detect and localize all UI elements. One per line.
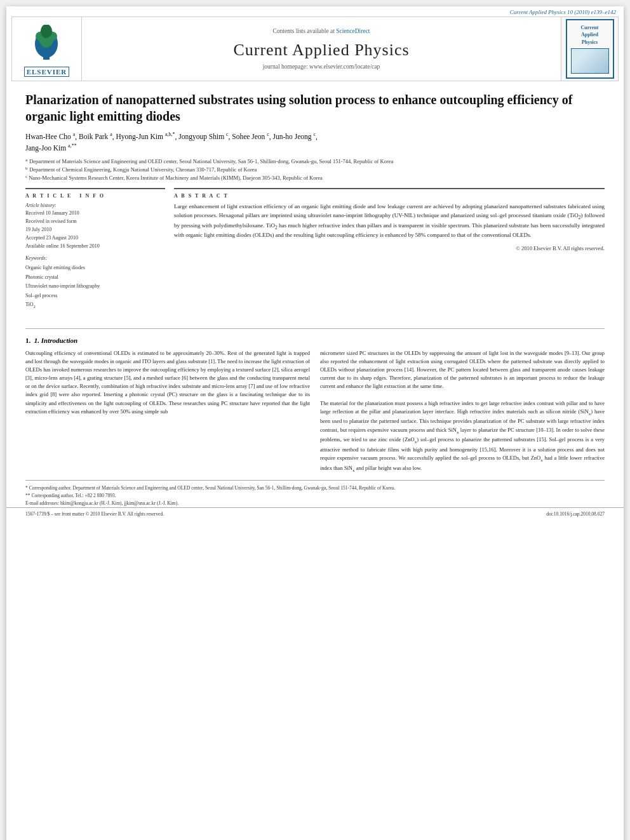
homepage-link[interactable]: journal homepage: www.elsevier.com/locat… (263, 63, 380, 70)
accepted: Accepted 23 August 2010 (25, 234, 165, 243)
intro-right-col: micrometer sized PC structures in the OL… (320, 349, 605, 474)
doi-text: doi:10.1016/j.cap.2010.08.027 (546, 511, 605, 517)
article-dates: Received 10 January 2010 Received in rev… (25, 210, 165, 250)
author-kim-h: Hyong-Jun Kim a,b,* (116, 133, 175, 140)
keyword-2: Photonic crystal (25, 273, 165, 282)
journal-homepage: journal homepage: www.elsevier.com/locat… (263, 63, 380, 70)
footnotes: * Corresponding author. Department of Ma… (25, 480, 605, 507)
affiliations: ᵃ Department of Materials Science and En… (25, 157, 605, 182)
author-jeong: Jun-ho Jeong c (273, 133, 316, 140)
keywords-label: Keywords: (25, 255, 165, 261)
keywords-list: Organic light emitting diodes Photonic c… (25, 263, 165, 310)
abstract-col: A B S T R A C T Large enhancement of lig… (174, 188, 605, 310)
article-content: Planarization of nanopatterned substrate… (6, 85, 624, 321)
keyword-3: Ultraviolet nano-imprint lithography (25, 282, 165, 291)
affiliation-a: ᵃ Department of Materials Science and En… (25, 157, 605, 166)
email-label: E-mail addresses: (25, 500, 59, 506)
issn-text: 1567-1739/$ – see front matter © 2010 El… (25, 511, 164, 517)
sciencedirect-link: Contents lists available at ScienceDirec… (272, 28, 370, 34)
article-info-col: A R T I C L E I N F O Article history: R… (25, 188, 165, 310)
email-addresses: hkim@kongju.ac.kr (H.-J. Kim), jjkim@snu… (60, 500, 178, 506)
author-kim-j: Jang-Joo Kim a,** (25, 144, 77, 152)
journal-title: Current Applied Physics (233, 41, 409, 60)
elsevier-tree-icon (24, 25, 69, 63)
keyword-4: Sol–gel process (25, 291, 165, 300)
intro-heading-text: 1. Introduction (34, 337, 77, 344)
journal-ref: Current Applied Physics 10 (2010) e139–e… (6, 6, 624, 17)
keyword-5: TiO2 (25, 300, 165, 310)
section-number: 1. (25, 337, 30, 344)
elsevier-logo-area: ELSEVIER (12, 17, 82, 81)
contents-text: Contents lists available at (272, 28, 334, 34)
author-shim: Jongyoup Shim c (178, 133, 228, 140)
cap-logo: Current Applied Physics (566, 19, 614, 79)
article-history: Article history: Received 10 January 201… (25, 203, 165, 250)
journal-center: Contents lists available at ScienceDirec… (82, 17, 561, 81)
footnote-star2: ** Corresponding author. Tel.: +82 2 880… (25, 492, 605, 500)
history-label: Article history: (25, 203, 165, 208)
author-jeon: Sohee Jeon c (232, 133, 269, 140)
svg-point-5 (41, 25, 52, 38)
keyword-1: Organic light emitting diodes (25, 263, 165, 272)
elsevier-text: ELSEVIER (24, 67, 70, 77)
sciencedirect-link-text[interactable]: ScienceDirect (336, 28, 370, 34)
affiliation-c: ᶜ Nano-Mechanical Systems Research Cente… (25, 174, 605, 182)
copyright: © 2010 Elsevier B.V. All rights reserved… (174, 245, 605, 251)
journal-ref-text: Current Applied Physics 10 (2010) e139–e… (510, 9, 616, 15)
info-abstract-section: A R T I C L E I N F O Article history: R… (25, 188, 605, 310)
cap-logo-image (571, 48, 609, 74)
article-title: Planarization of nanopatterned substrate… (25, 91, 605, 124)
journal-header: ELSEVIER Contents lists available at Sci… (11, 17, 619, 81)
author-park: Boik Park a (79, 133, 112, 140)
article-info-label: A R T I C L E I N F O (25, 193, 165, 199)
online: Available online 16 September 2010 (25, 243, 165, 251)
footnote-emails: E-mail addresses: hkim@kongju.ac.kr (H.-… (25, 500, 605, 507)
bottom-bar: 1567-1739/$ – see front matter © 2010 El… (6, 507, 624, 520)
received2: Received in revised form (25, 218, 165, 226)
abstract-label: A B S T R A C T (174, 193, 605, 199)
section-divider (25, 328, 605, 329)
received1: Received 10 January 2010 (25, 210, 165, 218)
abstract-text: Large enhancement of light extraction ef… (174, 203, 605, 240)
footnote-star1: * Corresponding author. Department of Ma… (25, 484, 605, 492)
author-cho: Hwan-Hee Cho a (25, 133, 75, 140)
elsevier-logo: ELSEVIER (24, 25, 70, 77)
body-text: Outcoupling efficiency of conventional O… (6, 349, 624, 474)
authors: Hwan-Hee Cho a, Boik Park a, Hyong-Jun K… (25, 131, 605, 154)
intro-heading-area: 1. 1. Introduction (6, 337, 624, 344)
intro-heading: 1. 1. Introduction (25, 337, 605, 344)
intro-left-col: Outcoupling efficiency of conventional O… (25, 349, 310, 474)
keywords-block: Keywords: Organic light emitting diodes … (25, 255, 165, 310)
affiliation-b: ᵇ Department of Chemical Engineering, Ko… (25, 166, 605, 174)
cap-logo-area: Current Applied Physics (561, 17, 618, 81)
page: Current Applied Physics 10 (2010) e139–e… (6, 6, 624, 840)
cap-logo-text: Current Applied Physics (571, 24, 609, 46)
received2-date: 19 July 2010 (25, 226, 165, 234)
